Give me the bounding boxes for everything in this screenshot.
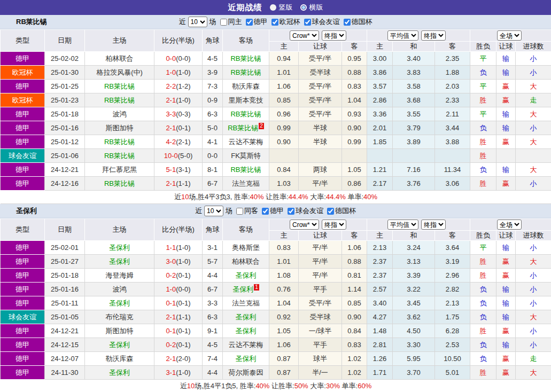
fulltime-score: 0-1	[166, 299, 176, 307]
result-goals: 小	[516, 121, 551, 135]
league-checkbox-label: 德甲	[254, 17, 268, 27]
average-odds-time-select[interactable]: 终指	[421, 219, 446, 230]
same-venue-checkbox[interactable]	[236, 208, 243, 215]
league-type-badge: 德甲	[1, 52, 45, 66]
result-outcome: 胜	[470, 177, 496, 191]
away-odds: 0.90	[342, 310, 367, 324]
match-date: 25-02-01	[45, 241, 85, 255]
average-select[interactable]: 平均值	[387, 219, 418, 230]
home-team-name: 勒沃库森	[106, 355, 134, 363]
match-row: 德甲25-01-16波鸿1-0(0-0)6-7圣保利10.76平手1.142.5…	[1, 283, 551, 296]
league-checkbox[interactable]	[327, 208, 334, 215]
result-goals: 小	[516, 324, 551, 338]
league-checkbox[interactable]	[288, 208, 294, 215]
result-outcome: 负	[470, 121, 496, 135]
away-team: 云达不莱梅	[223, 338, 269, 352]
avg-away-odds: 3.06	[435, 177, 470, 191]
result-goals: 小	[516, 66, 551, 80]
league-type-badge: 德甲	[1, 135, 45, 149]
away-team: 荷尔斯泰因	[223, 366, 269, 380]
bookmaker-odds-time-select[interactable]: 终指	[322, 30, 346, 41]
league-checkbox[interactable]	[304, 19, 311, 26]
summary-segment: 单率:	[346, 193, 363, 201]
avg-away-odds: 5.01	[435, 366, 470, 380]
league-checkbox[interactable]	[271, 19, 278, 26]
match-date: 25-01-11	[45, 296, 85, 310]
bookmaker-select[interactable]: Crow*	[290, 219, 319, 230]
fulltime-score: 1-0	[166, 285, 176, 293]
match-count-select[interactable]: 10	[204, 206, 223, 216]
league-checkbox-label: 欧冠杯	[280, 17, 300, 27]
corner-score: 0-0	[203, 149, 223, 163]
fulltime-score: 2-1	[166, 355, 176, 363]
match-row: 球会友谊25-01-06RB莱比锡10-0(5-0)0-0FK莫斯特胜	[1, 149, 551, 163]
radio-label-horizontal: 横版	[309, 3, 323, 12]
handicap-line: 平手	[299, 283, 342, 296]
layout-radio-vertical[interactable]: 竖版	[270, 3, 293, 12]
result-handicap: 赢	[496, 80, 516, 93]
handicap-line: 两球	[299, 163, 342, 177]
away-team-name: 云达不莱梅	[229, 341, 263, 349]
match-date: 25-01-23	[45, 93, 85, 107]
fulltime-score: 2-1	[166, 124, 176, 132]
match-score: 0-2(0-1)	[154, 269, 203, 283]
home-team: RB莱比锡	[85, 80, 154, 93]
league-checkbox[interactable]	[262, 208, 269, 215]
fulltime-score: 2-1	[166, 313, 176, 321]
fulltime-score: 0-1	[166, 327, 176, 335]
avg-draw-odds: 7.16	[393, 163, 435, 177]
avg-home-odds: 2.86	[367, 93, 393, 107]
fulltime-score: 3-0	[166, 257, 176, 265]
result-handicap: 赢	[496, 324, 516, 338]
league-checkbox[interactable]	[344, 19, 351, 26]
sub-column-header: 进球数	[516, 42, 551, 52]
corner-score: 0-9	[203, 93, 223, 107]
away-team: RB莱比锡	[223, 52, 269, 66]
league-type-badge: 德甲	[1, 177, 45, 191]
match-date: 25-01-16	[45, 283, 85, 296]
layout-radio-horizontal[interactable]: 横版	[300, 3, 323, 12]
away-odds	[342, 149, 367, 163]
bookmaker-select[interactable]: Crow*	[290, 30, 319, 41]
column-header: 比分(半场)	[154, 219, 203, 241]
home-odds: 0.96	[269, 107, 299, 121]
match-row: 球会友谊25-01-05布伦瑞克2-1(1-1)6-3圣保利0.92受半球0.9…	[1, 310, 551, 324]
scope-select[interactable]: 全场	[497, 30, 522, 41]
match-count-select[interactable]: 10	[188, 17, 207, 27]
result-goals: 大	[516, 255, 551, 269]
league-checkbox[interactable]	[246, 19, 253, 26]
match-score: 5-1(3-1)	[154, 163, 203, 177]
bookmaker-odds-time-select[interactable]: 终指	[322, 219, 346, 230]
home-team-name: 波鸿	[113, 110, 127, 118]
summary-text: 近10场,胜4平1负5, 胜率:40% 让胜率:50% 大率:30% 单率:60…	[1, 380, 551, 392]
fulltime-score: 2-1	[166, 96, 176, 104]
scope-select[interactable]: 全场	[497, 219, 522, 230]
handicap-line: 半球	[299, 135, 342, 149]
halftime-score: (1-0)	[176, 369, 190, 377]
result-goals: 小	[516, 241, 551, 255]
average-select[interactable]: 平均值	[387, 30, 418, 41]
sub-column-header: 让球	[299, 42, 342, 52]
home-team: RB莱比锡	[85, 149, 154, 163]
match-score: 2-1(2-0)	[154, 352, 203, 366]
result-handicap: 输	[496, 52, 516, 66]
summary-row: 近10场,胜4平3负3, 胜率:40% 让胜率:44.4% 大率:44.4% 单…	[1, 191, 551, 204]
same-venue-checkbox[interactable]	[220, 19, 227, 26]
corner-score: 6-7	[203, 283, 223, 296]
match-score: 0-1(0-1)	[154, 296, 203, 310]
home-odds: 0.87	[269, 352, 299, 366]
league-type-badge: 德甲	[1, 163, 45, 177]
result-outcome: 平	[470, 107, 496, 121]
avg-away-odds: 3.64	[435, 241, 470, 255]
result-scope-group: 全场	[470, 30, 551, 42]
avg-away-odds: 6.28	[435, 324, 470, 338]
away-team: RB莱比锡	[223, 66, 269, 80]
fulltime-score: 1-0	[166, 68, 176, 76]
result-outcome: 负	[470, 352, 496, 366]
match-score: 1-1(1-0)	[154, 241, 203, 255]
average-odds-time-select[interactable]: 终指	[421, 30, 446, 41]
corner-score: 7-4	[203, 352, 223, 366]
match-row: 德甲25-01-18海登海姆0-2(0-1)4-4圣保利1.08平/半0.812…	[1, 269, 551, 283]
corner-score: 4-5	[203, 338, 223, 352]
result-outcome: 胜	[470, 255, 496, 269]
